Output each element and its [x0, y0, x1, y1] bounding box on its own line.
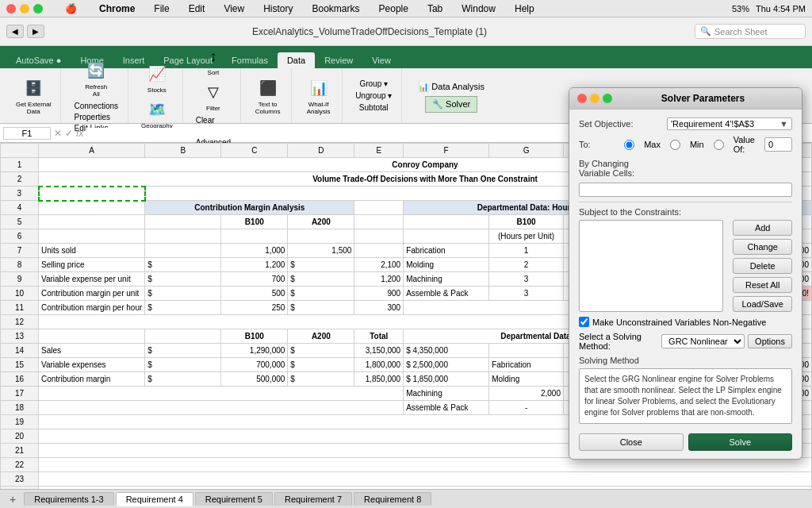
- constraints-list[interactable]: [579, 220, 723, 312]
- subtotal-button[interactable]: Subtotal: [356, 102, 392, 113]
- tab-autosave[interactable]: AutoSave ●: [6, 52, 71, 68]
- cell-e15[interactable]: 1,800,000: [354, 358, 404, 372]
- value-of-input[interactable]: [764, 137, 792, 152]
- col-header-e[interactable]: E: [354, 144, 404, 158]
- tab-view[interactable]: View: [362, 52, 400, 68]
- cell-a4[interactable]: [39, 201, 145, 215]
- cell-a11[interactable]: Contribution margin per hour: [39, 301, 145, 315]
- set-objective-input-wrapper[interactable]: 'Requirement 4'!$A$3 ▼: [667, 117, 792, 130]
- refresh-all-button[interactable]: 🔄 RefreshAll: [82, 58, 110, 99]
- cell-e5[interactable]: [354, 215, 404, 229]
- cell-c13[interactable]: B100: [221, 329, 288, 344]
- tab-review[interactable]: Review: [315, 52, 362, 68]
- cell-b8b[interactable]: $: [288, 258, 354, 272]
- geography-button[interactable]: 🗺️ Geography: [138, 97, 176, 131]
- cell-a16[interactable]: Contribution margin: [39, 372, 145, 387]
- cell-b16[interactable]: $: [145, 372, 221, 387]
- menu-window[interactable]: Window: [458, 2, 499, 16]
- cell-e14[interactable]: 3,150,000: [354, 344, 404, 358]
- col-header-d[interactable]: D: [288, 144, 354, 158]
- tab-data[interactable]: Data: [278, 52, 315, 68]
- cell-a8[interactable]: Selling price: [39, 258, 145, 272]
- cell-g8[interactable]: 2: [489, 258, 564, 272]
- cell-b15[interactable]: $: [145, 358, 221, 372]
- cell-b6[interactable]: [145, 229, 221, 244]
- unconstrained-checkbox[interactable]: [579, 317, 589, 327]
- cell-f15b[interactable]: $ 2,500,000: [404, 358, 489, 372]
- cell-c9[interactable]: 700: [221, 272, 288, 287]
- sheet-tab-req5[interactable]: Requirement 5: [195, 492, 273, 506]
- sheet-tab-req1-3[interactable]: Requirements 1-3: [24, 492, 113, 506]
- cell-d16[interactable]: $: [288, 372, 354, 387]
- cell-d14[interactable]: $: [288, 344, 354, 358]
- cell-g15[interactable]: Fabrication: [489, 358, 564, 372]
- filter-button[interactable]: ▽ Filter: [199, 79, 228, 114]
- cell-f6[interactable]: [404, 229, 489, 244]
- menu-view[interactable]: View: [220, 2, 247, 16]
- cell-c10[interactable]: 500: [221, 287, 288, 301]
- cell-c14[interactable]: 1,290,000: [221, 344, 288, 358]
- cell-d5[interactable]: A200: [288, 215, 354, 229]
- sort-button[interactable]: ↕ Sort: [199, 44, 228, 78]
- cell-c16[interactable]: 500,000: [221, 372, 288, 387]
- dialog-maximize-button[interactable]: [603, 94, 612, 103]
- cell-e6[interactable]: [354, 229, 404, 244]
- radio-max[interactable]: [624, 140, 634, 150]
- minimize-button[interactable]: [20, 4, 29, 13]
- cell-b4[interactable]: Contribution Margin Analysis: [145, 201, 354, 215]
- forward-button[interactable]: ▶: [27, 25, 44, 38]
- menu-file[interactable]: File: [151, 2, 172, 16]
- cell-a18-e18[interactable]: [39, 401, 404, 415]
- add-sheet-button[interactable]: +: [3, 491, 22, 507]
- confirm-icon[interactable]: ✓: [65, 128, 73, 139]
- sheet-tab-req4[interactable]: Requirement 4: [116, 492, 193, 506]
- menu-tab[interactable]: Tab: [424, 2, 446, 16]
- cell-b9[interactable]: $: [145, 272, 221, 287]
- dialog-close-button[interactable]: [577, 94, 587, 103]
- cell-b9b[interactable]: $: [288, 272, 354, 287]
- cell-a5[interactable]: [39, 215, 145, 229]
- maximize-button[interactable]: [33, 4, 43, 13]
- col-header-a[interactable]: A: [39, 144, 145, 158]
- load-save-button[interactable]: Load/Save: [733, 296, 792, 312]
- cell-f10[interactable]: Assemble & Pack: [404, 287, 489, 301]
- app-name[interactable]: Chrome: [96, 2, 138, 16]
- cell-f5[interactable]: [404, 215, 489, 229]
- menu-bookmarks[interactable]: Bookmarks: [309, 2, 363, 16]
- cell-c8[interactable]: 1,200: [221, 258, 288, 272]
- col-header-f[interactable]: F: [404, 144, 489, 158]
- cell-b10b[interactable]: $: [288, 287, 354, 301]
- solve-button[interactable]: Solve: [688, 433, 793, 451]
- cell-g17[interactable]: 2,000: [489, 387, 564, 401]
- cell-b7[interactable]: [145, 244, 221, 258]
- cancel-icon[interactable]: ✕: [54, 128, 62, 139]
- cell-c6[interactable]: [221, 229, 288, 244]
- cell-b5[interactable]: [145, 215, 221, 229]
- search-box[interactable]: 🔍 Search Sheet: [695, 24, 806, 39]
- radio-min[interactable]: [670, 140, 680, 150]
- cell-g5[interactable]: B100: [489, 215, 564, 229]
- cell-f7[interactable]: Fabrication: [404, 244, 489, 258]
- cell-c11[interactable]: 250: [221, 301, 288, 315]
- cell-b11b[interactable]: $: [288, 301, 354, 315]
- cell-a14[interactable]: Sales: [39, 344, 145, 358]
- col-header-b[interactable]: B: [145, 144, 221, 158]
- options-button[interactable]: Options: [748, 334, 792, 348]
- sheet-tab-req8[interactable]: Requirement 8: [354, 492, 431, 506]
- close-button[interactable]: Close: [579, 433, 684, 451]
- cell-g18[interactable]: -: [489, 401, 564, 415]
- apple-menu[interactable]: 🍎: [62, 2, 80, 16]
- cell-e13[interactable]: Total: [354, 329, 404, 344]
- ungroup-button[interactable]: Ungroup ▾: [352, 90, 395, 101]
- reset-all-button[interactable]: Reset All: [733, 277, 792, 293]
- cell-b11[interactable]: $: [145, 301, 221, 315]
- data-analysis-button[interactable]: 📊 Data Analysis: [412, 79, 491, 94]
- cell-a10[interactable]: Contribution margin per unit: [39, 287, 145, 301]
- col-header-g[interactable]: G: [489, 144, 564, 158]
- solver-button[interactable]: 🔧 Solver: [425, 96, 477, 113]
- cell-d10[interactable]: 900: [354, 287, 404, 301]
- menu-people[interactable]: People: [376, 2, 412, 16]
- cell-d9[interactable]: 1,200: [354, 272, 404, 287]
- cell-a7[interactable]: Units sold: [39, 244, 145, 258]
- group-button[interactable]: Group ▾: [356, 79, 391, 89]
